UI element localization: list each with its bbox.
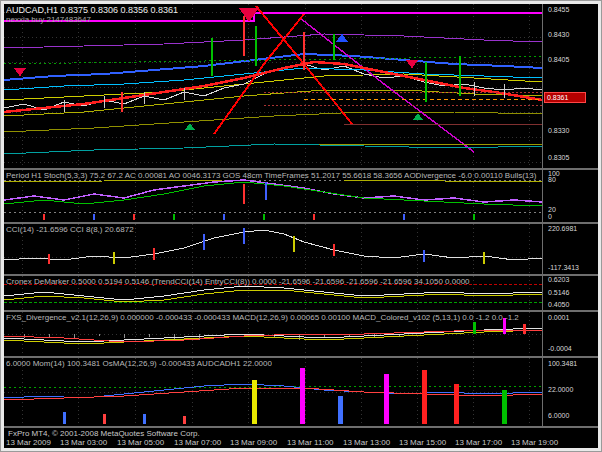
scale-label: 0.8305 (548, 154, 569, 161)
stoch-scale[interactable]: 10080200 (543, 170, 598, 222)
symbol-ohlc-label: AUDCAD,H1 0.8375 0.8306 0.8356 0.8361 (6, 5, 178, 15)
cci-indicator-panel[interactable]: CCI(14) -21.6596 CCI 8(8,) 20.6872 220.6… (4, 224, 598, 274)
time-label: 13 Mar 13:00 (343, 438, 390, 447)
ea-signal-label: nexxia buy 2147483647 (6, 15, 178, 24)
main-chart-canvas (4, 4, 542, 168)
scale-label: 6.0000 (548, 412, 569, 419)
chart-area: AUDCAD,H1 0.8375 0.8306 0.8356 0.8361 ne… (4, 4, 598, 448)
scale-label: 100.3481 (548, 360, 577, 367)
scale-label: 0.8430 (548, 31, 569, 38)
scale-label: 0.8455 (548, 6, 569, 13)
scale-label: -0.0004 (548, 345, 572, 352)
chart-info-overlay: AUDCAD,H1 0.8375 0.8306 0.8356 0.8361 ne… (6, 5, 178, 24)
sell-arrow-icon (406, 60, 418, 68)
time-label: 13 Mar 15:00 (399, 438, 446, 447)
momentum-canvas (4, 358, 542, 426)
current-price-badge: 0.8361 (544, 92, 586, 103)
macd-red-line (4, 330, 542, 342)
macd-indicator-panel[interactable]: FXS_Divergence_v2.1(12,26,9) 0.000000 -0… (4, 312, 598, 356)
scale-label: 0.0001 (548, 314, 569, 321)
copyright-label: FxPro MT4, © 2001-2008 MetaQuotes Softwa… (8, 429, 200, 438)
stoch-indicator-label: Period H1 Stoch(5,3,3) 75.2 67.2 AC 0.00… (6, 171, 538, 180)
scale-label: 20 (548, 206, 556, 213)
scale-label: 0 (548, 213, 552, 220)
scale-label: 0.5146 (548, 289, 569, 296)
scale-label: 0.8405 (548, 56, 569, 63)
bottom-bar: FxPro MT4, © 2001-2008 MetaQuotes Softwa… (4, 428, 598, 448)
scale-label: -117.3413 (548, 264, 579, 271)
time-label: 13 Mar 09:00 (230, 438, 277, 447)
cci-line (4, 230, 542, 260)
buy-arrow-icon (413, 113, 423, 120)
scale-label: 220.6981 (548, 225, 577, 232)
stoch-main-line (4, 180, 542, 202)
mom-blue-line (4, 384, 542, 398)
purple-line (4, 34, 542, 48)
scale-label: 0.8330 (548, 127, 569, 134)
scale-label: 80 (548, 176, 556, 183)
scale-label: 0.4050 (548, 301, 569, 308)
momentum-indicator-panel[interactable]: 6.0000 Mom(14) 100.3481 OsMA(12,26,9) -0… (4, 358, 598, 426)
teal-bottom-line (4, 144, 542, 154)
scale-label: 22.0000 (548, 386, 573, 393)
time-label: 13 Mar 03:00 (60, 438, 107, 447)
stoch-signal-line (4, 182, 542, 206)
buy-arrow-icon (185, 123, 195, 130)
time-label: 13 Mar 2009 (6, 438, 51, 447)
scale-label: 0.6203 (548, 276, 569, 283)
price-scale[interactable]: 0.8361 0.84550.84300.84050.83300.8305 (543, 4, 598, 168)
stoch-indicator-panel[interactable]: Period H1 Stoch(5,3,3) 75.2 67.2 AC 0.00… (4, 170, 598, 222)
mt4-window: AUDCAD,H1 0.8375 0.8306 0.8356 0.8361 ne… (0, 0, 602, 452)
sell-arrow-icon (14, 68, 26, 76)
cronex-scale[interactable]: 0.62030.51460.4050 (543, 276, 598, 310)
cci-indicator-label: CCI(14) -21.6596 CCI 8(8,) 20.6872 (6, 225, 134, 234)
yellow-band-lower (4, 112, 542, 132)
macd-scale[interactable]: 0.0001-0.0004 (543, 312, 598, 356)
time-label: 13 Mar 19:00 (511, 438, 558, 447)
main-chart-panel[interactable]: AUDCAD,H1 0.8375 0.8306 0.8356 0.8361 ne… (4, 4, 598, 168)
blue-ma-line (4, 54, 542, 80)
time-label: 13 Mar 11:00 (287, 438, 334, 447)
momentum-scale[interactable]: 100.348122.00006.0000 (543, 358, 598, 426)
time-label: 13 Mar 07:00 (174, 438, 221, 447)
time-label: 13 Mar 17:00 (455, 438, 502, 447)
macd-indicator-label: FXS_Divergence_v2.1(12,26,9) 0.000000 -0… (6, 313, 519, 322)
time-axis[interactable]: 13 Mar 200913 Mar 03:0013 Mar 05:0013 Ma… (4, 438, 598, 448)
cronex-indicator-label: Cronex DeMarker 0.5000 0.5194 0.5146 (Tr… (6, 277, 470, 286)
time-label: 13 Mar 05:00 (117, 438, 164, 447)
momentum-indicator-label: 6.0000 Mom(14) 100.3481 OsMA(12,26,9) -0… (6, 359, 272, 368)
sell-arrow-icon (239, 8, 259, 22)
cci-scale[interactable]: 220.6981-117.3413 (543, 224, 598, 274)
cronex-indicator-panel[interactable]: Cronex DeMarker 0.5000 0.5194 0.5146 (Tr… (4, 276, 598, 310)
